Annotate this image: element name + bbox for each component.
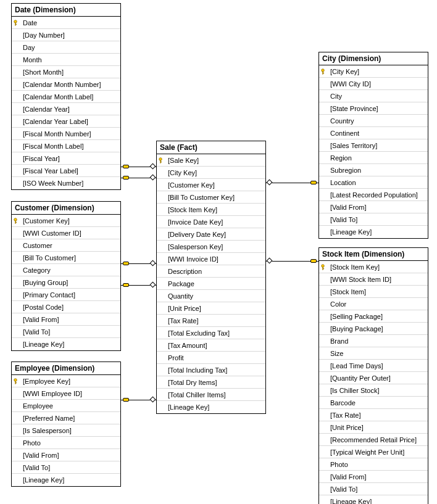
diamond-icon: [150, 163, 156, 170]
field-row[interactable]: Package: [157, 278, 265, 290]
field-row[interactable]: [Latest Recorded Population]: [319, 189, 428, 201]
field-row[interactable]: Quantity: [157, 290, 265, 302]
field-row[interactable]: [Is Salesperson]: [12, 424, 120, 437]
field-row[interactable]: [WWI Employee ID]: [12, 387, 120, 400]
field-row[interactable]: [Calendar Year]: [12, 103, 120, 115]
field-row[interactable]: [Calendar Year Label]: [12, 115, 120, 128]
field-row[interactable]: [State Province]: [319, 102, 428, 115]
field-row[interactable]: [Fiscal Month Label]: [12, 140, 120, 152]
field-label: Employee: [23, 402, 53, 410]
field-row[interactable]: [Unit Price]: [157, 302, 265, 315]
field-row[interactable]: [Quantity Per Outer]: [319, 372, 428, 384]
field-label: [Valid From]: [23, 316, 59, 323]
field-row[interactable]: [City Key]: [319, 65, 428, 78]
field-row[interactable]: [Delivery Date Key]: [157, 228, 265, 241]
field-row[interactable]: [Typical Weight Per Unit]: [319, 446, 428, 458]
field-row[interactable]: [City Key]: [157, 167, 265, 179]
field-row[interactable]: [Bill To Customer Key]: [157, 191, 265, 204]
field-row[interactable]: [Lead Time Days]: [319, 360, 428, 372]
table-sale[interactable]: Sale (Fact) [Sale Key][City Key][Custome…: [156, 141, 266, 414]
field-row[interactable]: [Stock Item Key]: [157, 204, 265, 216]
field-row[interactable]: [Selling Package]: [319, 310, 428, 323]
field-row[interactable]: [Preferred Name]: [12, 412, 120, 424]
field-row[interactable]: [Valid To]: [319, 213, 428, 226]
field-row[interactable]: Location: [319, 176, 428, 189]
field-row[interactable]: [Day Number]: [12, 29, 120, 41]
table-customer[interactable]: Customer (Dimension) [Customer Key][WWI …: [11, 201, 121, 351]
field-row[interactable]: Month: [12, 54, 120, 66]
field-row[interactable]: [Fiscal Month Number]: [12, 128, 120, 140]
field-row[interactable]: [Customer Key]: [157, 179, 265, 191]
field-row[interactable]: Category: [12, 264, 120, 276]
field-row[interactable]: Profit: [157, 352, 265, 364]
field-row[interactable]: [Tax Rate]: [319, 409, 428, 421]
table-stockitem[interactable]: Stock Item (Dimension) [Stock Item Key][…: [318, 247, 428, 504]
field-row[interactable]: [Stock Item]: [319, 286, 428, 298]
field-row[interactable]: [Lineage Key]: [319, 226, 428, 238]
field-row[interactable]: Subregion: [319, 164, 428, 176]
field-row[interactable]: [Fiscal Year Label]: [12, 165, 120, 177]
field-row[interactable]: [Lineage Key]: [12, 474, 120, 486]
field-row[interactable]: [Primary Contact]: [12, 289, 120, 301]
field-row[interactable]: Barcode: [319, 397, 428, 409]
table-city[interactable]: City (Dimension) [City Key][WWI City ID]…: [318, 52, 428, 239]
field-row[interactable]: [Invoice Date Key]: [157, 216, 265, 228]
field-row[interactable]: [Valid From]: [319, 471, 428, 483]
field-row[interactable]: Continent: [319, 127, 428, 139]
field-row[interactable]: [Unit Price]: [319, 421, 428, 434]
field-row[interactable]: [Total Excluding Tax]: [157, 327, 265, 339]
table-date[interactable]: Date (Dimension) Date[Day Number]DayMont…: [11, 3, 121, 190]
field-row[interactable]: City: [319, 90, 428, 102]
field-row[interactable]: Brand: [319, 335, 428, 347]
field-row[interactable]: [Calendar Month Number]: [12, 78, 120, 91]
field-label: [Postal Code]: [23, 304, 64, 311]
field-row[interactable]: [Valid To]: [12, 461, 120, 474]
field-row[interactable]: [Sale Key]: [157, 154, 265, 167]
field-row[interactable]: [Is Chiller Stock]: [319, 384, 428, 397]
field-row[interactable]: [Valid To]: [319, 483, 428, 495]
field-row[interactable]: [Valid From]: [12, 313, 120, 326]
field-row[interactable]: Description: [157, 265, 265, 278]
field-row[interactable]: [Short Month]: [12, 66, 120, 78]
field-row[interactable]: Employee: [12, 400, 120, 412]
field-row[interactable]: Photo: [319, 458, 428, 471]
field-row[interactable]: [WWI Customer ID]: [12, 227, 120, 239]
field-row[interactable]: [Valid To]: [12, 326, 120, 338]
field-row[interactable]: [WWI City ID]: [319, 78, 428, 90]
field-row[interactable]: [Lineage Key]: [12, 338, 120, 350]
field-row[interactable]: [ISO Week Number]: [12, 177, 120, 189]
field-row[interactable]: [Fiscal Year]: [12, 152, 120, 165]
field-row[interactable]: [Buying Package]: [319, 323, 428, 335]
field-row[interactable]: Size: [319, 347, 428, 360]
field-row[interactable]: [Stock Item Key]: [319, 261, 428, 273]
field-row[interactable]: [Total Chiller Items]: [157, 389, 265, 401]
field-row[interactable]: [Employee Key]: [12, 375, 120, 387]
field-row[interactable]: [Total Dry Items]: [157, 376, 265, 389]
field-row[interactable]: [Buying Group]: [12, 276, 120, 289]
field-row[interactable]: [Recommended Retail Price]: [319, 434, 428, 446]
field-row[interactable]: Date: [12, 17, 120, 29]
field-row[interactable]: [Bill To Customer]: [12, 252, 120, 264]
field-row[interactable]: [Sales Territory]: [319, 139, 428, 152]
field-row[interactable]: Photo: [12, 437, 120, 449]
field-row[interactable]: [Total Including Tax]: [157, 364, 265, 376]
field-row[interactable]: [Tax Amount]: [157, 339, 265, 352]
field-row[interactable]: [WWI Stock Item ID]: [319, 273, 428, 286]
field-row[interactable]: Color: [319, 298, 428, 310]
field-label: [Preferred Name]: [23, 415, 75, 422]
field-row[interactable]: Customer: [12, 239, 120, 252]
field-row[interactable]: [Valid From]: [12, 449, 120, 461]
field-row[interactable]: [Calendar Month Label]: [12, 91, 120, 103]
field-row[interactable]: [Customer Key]: [12, 215, 120, 227]
field-row[interactable]: [Salesperson Key]: [157, 241, 265, 253]
table-employee[interactable]: Employee (Dimension) [Employee Key][WWI …: [11, 361, 121, 487]
field-row[interactable]: [Tax Rate]: [157, 315, 265, 327]
field-row[interactable]: Day: [12, 41, 120, 54]
field-row[interactable]: Region: [319, 152, 428, 164]
field-row[interactable]: [Postal Code]: [12, 301, 120, 313]
field-row[interactable]: Country: [319, 115, 428, 127]
field-row[interactable]: [Lineage Key]: [157, 401, 265, 413]
field-row[interactable]: [Lineage Key]: [319, 495, 428, 504]
field-row[interactable]: [Valid From]: [319, 201, 428, 213]
field-row[interactable]: [WWI Invoice ID]: [157, 253, 265, 265]
